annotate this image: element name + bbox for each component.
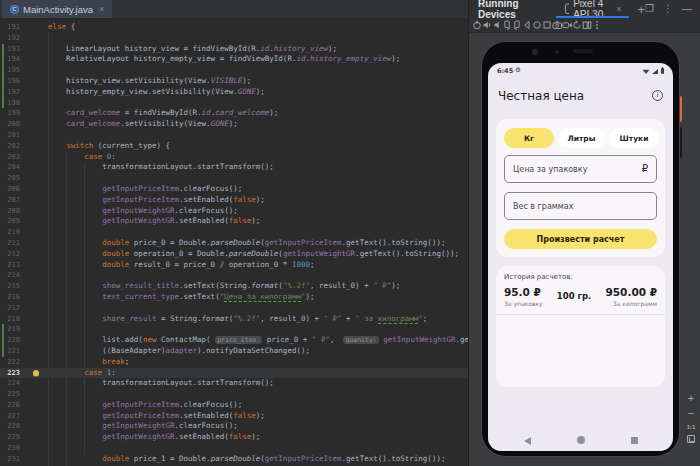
code-line[interactable]: 203 case 0: [0, 152, 468, 163]
code-line[interactable]: 199 card_welcome = findViewById(R.id.car… [0, 108, 468, 119]
fold-icon[interactable] [582, 20, 592, 31]
phone-screen[interactable]: 6:45 ⚙ Честная цена i КгЛитрыШтуки [488, 63, 673, 451]
line-number[interactable]: 228 [0, 421, 20, 432]
code-line[interactable]: 202 switch (current_type) { [0, 141, 468, 152]
nav-back-button[interactable] [524, 437, 531, 445]
line-number[interactable]: 221 [0, 346, 20, 357]
code-line[interactable]: 224 transformationLayout.startTransform(… [0, 378, 468, 389]
code-line[interactable]: 192 [0, 33, 468, 44]
line-number[interactable]: 213 [0, 260, 20, 271]
actual-size-button[interactable]: 1:1 [687, 423, 696, 431]
line-number[interactable]: 230 [0, 443, 20, 454]
line-number[interactable]: 194 [0, 54, 20, 65]
line-number[interactable]: 201 [0, 130, 20, 141]
unit-tab-pieces[interactable]: Штуки [609, 128, 659, 148]
code-line[interactable]: 221 ((BaseAdapter)adapter).notifyDataSet… [0, 346, 468, 357]
hide-icon[interactable]: — [682, 4, 692, 14]
line-number[interactable]: 215 [0, 281, 20, 292]
code-line[interactable]: 197 history_empty_view.setVisibility(Vie… [0, 87, 468, 98]
line-number[interactable]: 208 [0, 206, 20, 217]
code-line[interactable]: 226 getInputPriceItem.clearFocus(); [0, 400, 468, 411]
line-number[interactable]: 205 [0, 173, 20, 184]
code-line[interactable]: 216 text_current_type.setText("Цена за к… [0, 292, 468, 303]
line-number[interactable]: 223 [0, 368, 20, 379]
code-line[interactable]: 205 [0, 173, 468, 184]
code-line[interactable]: 215 show_result_title.setText(String.for… [0, 281, 468, 292]
line-number[interactable]: 218 [0, 314, 20, 325]
code-line[interactable]: 218 share_result = String.format("%.2f",… [0, 314, 468, 325]
code-line[interactable]: 220 list.add(new ContactMap( price_item:… [0, 335, 468, 346]
info-icon[interactable]: i [652, 90, 663, 101]
code-line[interactable]: 211 double price_0 = Double.parseDouble(… [0, 238, 468, 249]
code-area[interactable]: 191 else {192193 LinearLayout history_vi… [0, 19, 468, 466]
line-number[interactable]: 212 [0, 249, 20, 260]
device-tab-pixel4[interactable]: Pixel 4 API 30 × [556, 0, 630, 18]
line-number[interactable]: 214 [0, 270, 20, 281]
rotate-right-icon[interactable] [512, 20, 522, 31]
code-line[interactable]: 217 [0, 303, 468, 314]
line-number[interactable]: 227 [0, 411, 20, 422]
line-number[interactable]: 231 [0, 454, 20, 465]
code-line[interactable]: 194 RelativeLayout history_empty_view = … [0, 54, 468, 65]
line-number[interactable]: 211 [0, 238, 20, 249]
editor-tab-mainactivity[interactable]: C MainActivity.java × [2, 0, 112, 18]
unit-tab-kg[interactable]: Кг [504, 128, 554, 148]
line-number[interactable]: 219 [0, 324, 20, 335]
rotate-left-icon[interactable] [502, 20, 512, 31]
price-input[interactable]: Цена за упаковку ₽ [504, 155, 657, 183]
line-number[interactable]: 209 [0, 216, 20, 227]
line-number[interactable]: 224 [0, 378, 20, 389]
line-number[interactable]: 200 [0, 119, 20, 130]
add-device-tab-button[interactable]: + [637, 2, 645, 17]
line-number[interactable]: 216 [0, 292, 20, 303]
line-number[interactable]: 198 [0, 98, 20, 109]
line-number[interactable]: 229 [0, 432, 20, 443]
line-number[interactable]: 203 [0, 152, 20, 163]
restore-window-icon[interactable]: ❐ [645, 4, 654, 14]
more-icon[interactable] [592, 20, 602, 31]
home-icon[interactable] [532, 20, 542, 31]
code-line[interactable]: 228 getInputWeightGR.clearFocus(); [0, 421, 468, 432]
line-number[interactable]: 196 [0, 76, 20, 87]
nav-recents-button[interactable] [631, 437, 638, 444]
code-line[interactable]: 207 getInputPriceItem.setEnabled(false); [0, 195, 468, 206]
line-number[interactable]: 210 [0, 227, 20, 238]
code-line[interactable]: 210 [0, 227, 468, 238]
fit-to-window-icon[interactable] [687, 435, 695, 443]
code-line[interactable]: 213 double result_0 = price_0 / operatio… [0, 260, 468, 271]
code-line[interactable]: 191 else { [0, 22, 468, 33]
code-line[interactable]: 193 LinearLayout history_view = findView… [0, 44, 468, 55]
code-line[interactable]: 227 getInputPriceItem.setEnabled(false); [0, 411, 468, 422]
line-number[interactable]: 226 [0, 400, 20, 411]
volume-down-icon[interactable] [492, 20, 502, 31]
code-line[interactable]: 201 [0, 130, 468, 141]
code-line[interactable]: 200 card_welcome.setVisibility(View.GONE… [0, 119, 468, 130]
code-line[interactable]: 229 getInputWeightGR.setEnabled(false); [0, 432, 468, 443]
line-number[interactable]: 225 [0, 389, 20, 400]
code-line[interactable]: 225 [0, 389, 468, 400]
snapshot-icon[interactable] [572, 20, 582, 31]
code-line[interactable]: 212 double operation_0 = Double.parseDou… [0, 249, 468, 260]
screenshot-icon[interactable] [552, 20, 562, 31]
code-line[interactable]: 230 [0, 443, 468, 454]
code-line[interactable]: 195 [0, 65, 468, 76]
line-number[interactable]: 217 [0, 303, 20, 314]
code-line[interactable]: 198 [0, 98, 468, 109]
more-icon[interactable]: ⋮ [663, 4, 673, 14]
intention-lightbulb-icon[interactable] [33, 370, 39, 376]
code-line[interactable]: 196 history_view.setVisibility(View.VISI… [0, 76, 468, 87]
close-icon[interactable]: × [99, 4, 104, 14]
power-icon[interactable] [472, 20, 482, 31]
line-number[interactable]: 192 [0, 33, 20, 44]
back-icon[interactable] [522, 20, 532, 31]
code-line[interactable]: 208 getInputWeightGR.clearFocus(); [0, 206, 468, 217]
volume-up-icon[interactable] [482, 20, 492, 31]
line-number[interactable]: 220 [0, 335, 20, 346]
line-number[interactable]: 197 [0, 87, 20, 98]
line-number[interactable]: 206 [0, 184, 20, 195]
close-icon[interactable]: × [616, 4, 621, 14]
calculate-button[interactable]: Произвести расчет [504, 229, 657, 249]
code-line[interactable]: 209 getInputWeightGR.setEnabled(false); [0, 216, 468, 227]
code-line[interactable]: 214 [0, 270, 468, 281]
code-line[interactable]: 231 double price_1 = Double.parseDouble(… [0, 454, 468, 465]
